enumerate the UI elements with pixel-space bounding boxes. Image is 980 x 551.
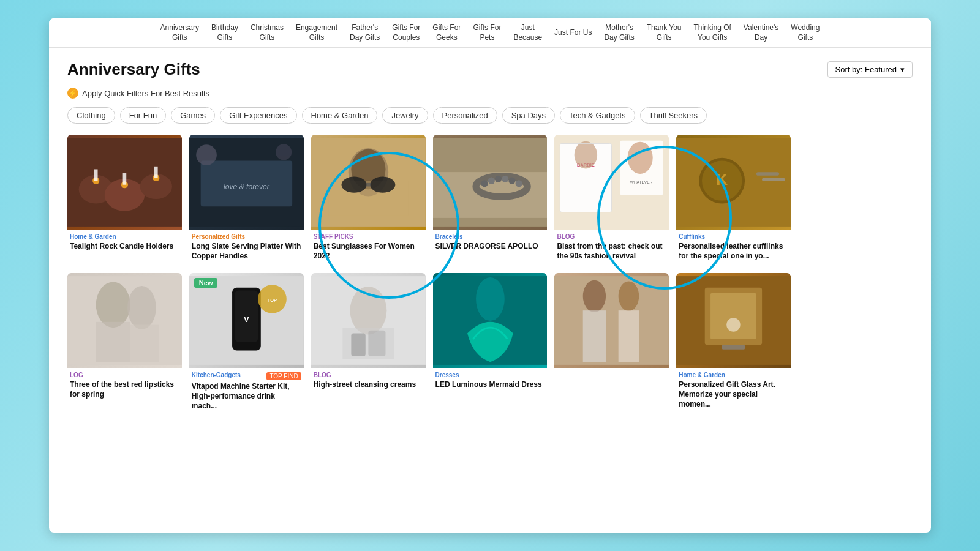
product-card-glass-art[interactable]: Home & Garden Personalized Gift Glass Ar… — [676, 273, 791, 416]
filter-tech-gadgets[interactable]: Tech & Gadgets — [560, 107, 635, 124]
svg-text:love & forever: love & forever — [224, 182, 270, 191]
svg-rect-44 — [762, 178, 785, 182]
card-category: Home & Garden — [70, 233, 179, 240]
filter-games[interactable]: Games — [171, 107, 215, 124]
svg-point-37 — [628, 142, 653, 174]
filter-personalized[interactable]: Personalized — [433, 107, 497, 124]
svg-rect-8 — [123, 173, 127, 185]
card-category: LOG — [70, 372, 179, 378]
filter-tags: Clothing For Fun Games Gift Experiences … — [67, 107, 913, 124]
card-category: Personalized Gifts — [192, 233, 301, 240]
svg-point-47 — [127, 286, 156, 329]
product-card-cleansing[interactable]: BLOG High-street cleansing creams — [311, 273, 426, 416]
filter-home-garden[interactable]: Home & Garden — [302, 107, 378, 124]
svg-point-46 — [96, 282, 130, 328]
product-card-couple[interactable] — [554, 273, 669, 416]
new-badge: New — [194, 278, 218, 288]
card-category: Dresses — [435, 372, 545, 378]
nav-valentines[interactable]: Valentine'sDay — [744, 23, 778, 42]
nav-geeks[interactable]: Gifts ForGeeks — [432, 23, 461, 42]
nav-couples[interactable]: Gifts ForCouples — [392, 23, 420, 42]
svg-point-20 — [370, 177, 395, 193]
svg-rect-43 — [756, 172, 779, 176]
svg-point-62 — [476, 277, 505, 321]
page-header: Anniversary Gifts Sort by: Featured ▾ — [67, 60, 913, 79]
svg-rect-21 — [366, 183, 370, 187]
nav-engagement[interactable]: EngagementGifts — [296, 23, 337, 42]
filter-gift-experiences[interactable]: Gift Experiences — [220, 107, 296, 124]
nav-mothers[interactable]: Mother'sDay Gifts — [604, 23, 634, 42]
svg-rect-67 — [619, 311, 639, 362]
svg-point-71 — [726, 318, 740, 332]
svg-point-64 — [583, 280, 606, 312]
nav-just-because[interactable]: JustBecause — [513, 23, 542, 42]
product-card-mermaid[interactable]: Dresses LED Luminous Mermaid Dress — [433, 273, 548, 416]
filter-hint: ⚡ Apply Quick Filters For Best Results — [67, 88, 913, 99]
card-category: STAFF PICKS — [314, 233, 423, 240]
product-card-candles[interactable]: Home & Garden Tealight Rock Candle Holde… — [67, 135, 182, 266]
chevron-down-icon: ▾ — [900, 65, 905, 74]
svg-point-14 — [276, 144, 292, 160]
svg-rect-63 — [554, 276, 669, 365]
nav-christmas[interactable]: ChristmasGifts — [251, 23, 284, 42]
svg-text:WHATEVER: WHATEVER — [630, 180, 653, 184]
product-card-barbie[interactable]: BARBIE WHATEVER BLOG Blast from the past… — [554, 135, 669, 266]
svg-point-28 — [502, 176, 508, 182]
card-title: Tealight Rock Candle Holders — [70, 242, 179, 252]
nav-thank-you[interactable]: Thank YouGifts — [647, 23, 682, 42]
svg-text:K: K — [717, 170, 728, 189]
svg-rect-48 — [96, 322, 130, 362]
card-title: SILVER DRAGORSE APOLLO — [435, 242, 545, 252]
svg-point-30 — [515, 180, 522, 187]
nav-fathers[interactable]: Father'sDay Gifts — [350, 23, 380, 42]
nav-wedding[interactable]: WeddingGifts — [791, 23, 820, 42]
svg-point-34 — [575, 141, 597, 169]
svg-point-26 — [488, 178, 494, 184]
nav-pets[interactable]: Gifts ForPets — [473, 23, 501, 42]
card-title: Vitapod Machine Starter Kit, High-perfor… — [192, 382, 301, 411]
card-title: Best Sunglasses For Women 2022 — [314, 242, 423, 261]
top-find-badge: TOP FIND — [266, 372, 301, 380]
svg-rect-65 — [583, 311, 606, 362]
product-card-cufflinks[interactable]: K Cufflinks Personalised leather cufflin… — [676, 135, 791, 266]
card-title: High-street cleansing creams — [314, 380, 423, 390]
svg-rect-60 — [368, 331, 385, 356]
svg-point-27 — [494, 176, 501, 182]
svg-rect-49 — [130, 325, 159, 362]
card-category: BLOG — [557, 233, 666, 240]
product-card-log-fashion[interactable]: LOG Three of the best red lipsticks for … — [67, 273, 182, 416]
card-title: Personalised leather cufflinks for the s… — [679, 242, 788, 261]
filter-thrill-seekers[interactable]: Thrill Seekers — [640, 107, 707, 124]
sort-label: Sort by: Featured — [835, 65, 897, 74]
product-card-vitapod[interactable]: New V TOP Kitchen-Gadgets TOP FIND — [189, 273, 304, 416]
filter-hint-text: Apply Quick Filters For Best Results — [82, 89, 209, 98]
product-card-slate[interactable]: love & forever Personalized Gifts Long S… — [189, 135, 304, 266]
svg-rect-7 — [94, 170, 98, 181]
svg-point-66 — [619, 282, 639, 312]
card-category: Kitchen-Gadgets — [192, 372, 241, 378]
nav-just-for-us[interactable]: Just For Us — [554, 28, 592, 38]
page-title: Anniversary Gifts — [67, 60, 200, 79]
card-title: Long Slate Serving Platter With Copper H… — [192, 242, 301, 261]
filter-clothing[interactable]: Clothing — [67, 107, 115, 124]
filter-spa-days[interactable]: Spa Days — [502, 107, 555, 124]
nav-birthday[interactable]: BirthdayGifts — [211, 23, 238, 42]
card-title: Blast from the past: check out the 90s f… — [557, 242, 666, 261]
product-card-bracelet[interactable]: Bracelets SILVER DRAGORSE APOLLO — [433, 135, 548, 266]
nav-thinking[interactable]: Thinking OfYou Gifts — [694, 23, 731, 42]
card-category: Cufflinks — [679, 233, 788, 240]
product-card-sunglasses[interactable]: STAFF PICKS Best Sunglasses For Women 20… — [311, 135, 426, 266]
svg-rect-70 — [710, 293, 756, 339]
card-title: Three of the best red lipsticks for spri… — [70, 380, 179, 399]
sort-button[interactable]: Sort by: Featured ▾ — [827, 61, 913, 78]
hint-icon: ⚡ — [67, 88, 78, 99]
svg-point-29 — [508, 178, 515, 184]
svg-point-13 — [196, 144, 217, 165]
filter-jewelry[interactable]: Jewelry — [382, 107, 428, 124]
card-title: LED Luminous Mermaid Dress — [435, 380, 545, 390]
svg-rect-72 — [722, 345, 745, 350]
svg-text:V: V — [244, 315, 249, 324]
nav-anniversary[interactable]: AnniversaryGifts — [160, 23, 199, 42]
svg-rect-9 — [154, 167, 158, 178]
filter-for-fun[interactable]: For Fun — [120, 107, 167, 124]
